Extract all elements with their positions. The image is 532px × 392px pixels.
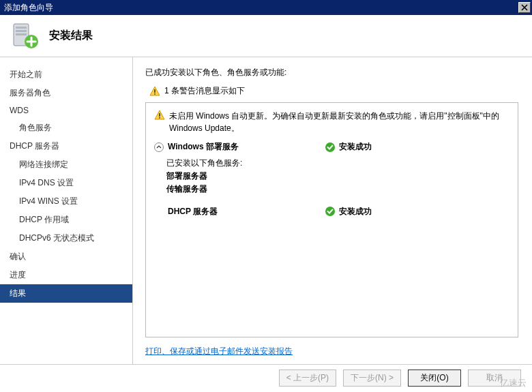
window-title: 添加角色向导 bbox=[4, 2, 53, 14]
chevron-up-icon bbox=[156, 145, 162, 150]
sub-item: 传输服务器 bbox=[166, 183, 509, 196]
wizard-footer: < 上一步(P) 下一步(N) > 关闭(O) 取消 bbox=[0, 364, 532, 391]
sidebar-item[interactable]: IPv4 DNS 设置 bbox=[0, 174, 132, 192]
sidebar-item[interactable]: 进度 bbox=[0, 266, 132, 284]
svg-rect-3 bbox=[16, 33, 27, 35]
warning-count-text: 1 条警告消息显示如下 bbox=[164, 85, 245, 97]
sidebar-item[interactable]: 网络连接绑定 bbox=[0, 155, 132, 174]
sidebar-item[interactable]: DHCPv6 无状态模式 bbox=[0, 229, 132, 247]
svg-rect-8 bbox=[159, 117, 160, 119]
role-status: 安装成功 bbox=[339, 141, 372, 153]
sidebar-item[interactable]: DHCP 作用域 bbox=[0, 211, 132, 229]
content-pane: 已成功安装以下角色、角色服务或功能: 1 条警告消息显示如下 未启用 Windo… bbox=[133, 57, 532, 364]
server-role-icon bbox=[10, 21, 40, 51]
sidebar-item[interactable]: 服务器角色 bbox=[0, 84, 132, 102]
previous-button[interactable]: < 上一步(P) bbox=[279, 370, 336, 387]
report-link[interactable]: 打印、保存或通过电子邮件发送安装报告 bbox=[145, 346, 293, 356]
sidebar-item[interactable]: 确认 bbox=[0, 247, 132, 266]
update-warning-row: 未启用 Windows 自动更新。为确保自动更新最新安装的角色或功能，请启用"控… bbox=[154, 110, 509, 134]
report-link-row: 打印、保存或通过电子邮件发送安装报告 bbox=[145, 346, 518, 357]
update-warning-text: 未启用 Windows 自动更新。为确保自动更新最新安装的角色或功能，请启用"控… bbox=[169, 110, 509, 134]
next-button[interactable]: 下一步(N) > bbox=[343, 370, 401, 387]
role-name: DHCP 服务器 bbox=[168, 206, 218, 217]
page-title: 安装结果 bbox=[49, 29, 93, 43]
window-close-button[interactable] bbox=[518, 2, 531, 13]
close-button[interactable]: 关闭(O) bbox=[408, 370, 461, 387]
success-icon bbox=[325, 206, 336, 217]
titlebar: 添加角色向导 bbox=[0, 0, 532, 15]
sidebar-item[interactable]: 结果 bbox=[0, 284, 132, 303]
wizard-sidebar: 开始之前服务器角色WDS角色服务DHCP 服务器网络连接绑定IPv4 DNS 设… bbox=[0, 57, 133, 364]
warning-icon bbox=[149, 86, 160, 97]
summary-text: 已成功安装以下角色、角色服务或功能: bbox=[145, 67, 518, 78]
sidebar-item[interactable]: 角色服务 bbox=[0, 119, 132, 137]
warning-icon bbox=[154, 110, 165, 121]
role-row-dhcp: DHCP 服务器 安装成功 bbox=[154, 206, 509, 217]
role-status: 安装成功 bbox=[339, 206, 372, 217]
results-panel: 未启用 Windows 自动更新。为确保自动更新最新安装的角色或功能，请启用"控… bbox=[145, 102, 518, 337]
sidebar-item[interactable]: IPv4 WINS 设置 bbox=[0, 192, 132, 211]
warning-summary-line: 1 条警告消息显示如下 bbox=[145, 85, 518, 97]
role-row-wds: Windows 部署服务 安装成功 bbox=[154, 141, 509, 153]
svg-rect-7 bbox=[159, 113, 160, 117]
svg-rect-2 bbox=[16, 30, 27, 32]
sidebar-item[interactable]: WDS bbox=[0, 102, 132, 119]
svg-rect-5 bbox=[154, 89, 156, 93]
wizard-header: 安装结果 bbox=[0, 15, 532, 57]
svg-rect-6 bbox=[154, 93, 156, 95]
sidebar-item[interactable]: DHCP 服务器 bbox=[0, 137, 132, 155]
success-icon bbox=[325, 142, 336, 153]
svg-rect-1 bbox=[16, 27, 27, 29]
close-icon bbox=[521, 4, 528, 11]
watermark: 亿速云 bbox=[500, 377, 527, 389]
sidebar-item[interactable]: 开始之前 bbox=[0, 65, 132, 84]
wizard-body: 开始之前服务器角色WDS角色服务DHCP 服务器网络连接绑定IPv4 DNS 设… bbox=[0, 57, 532, 364]
sub-item: 部署服务器 bbox=[166, 170, 509, 183]
role-sub-wds: 已安装以下角色服务: 部署服务器 传输服务器 bbox=[166, 157, 509, 196]
sub-label: 已安装以下角色服务: bbox=[166, 157, 509, 170]
collapse-toggle[interactable] bbox=[154, 142, 164, 152]
role-name: Windows 部署服务 bbox=[168, 141, 239, 153]
